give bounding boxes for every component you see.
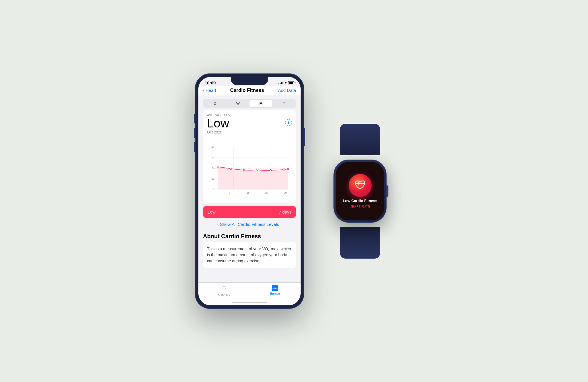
heart-svg: [354, 179, 367, 192]
show-all-link[interactable]: Show All Cardio Fitness Levels: [198, 218, 301, 231]
chevron-left-icon: ‹: [203, 88, 205, 93]
tab-summary-label: Summary: [218, 293, 230, 296]
svg-text:30: 30: [212, 156, 214, 159]
apple-watch-device: Low Cardio Fitness HEART RATE: [327, 150, 393, 233]
watch-heart-icon: [349, 174, 372, 197]
average-level-label: AVERAGE LEVEL: [207, 113, 292, 117]
info-button[interactable]: i: [285, 119, 292, 126]
about-title: About Cardio Fitness: [203, 233, 296, 240]
about-description: This is a measurement of your VO₂ max, w…: [207, 246, 292, 264]
svg-text:40: 40: [212, 145, 214, 148]
tab-browse[interactable]: Browse: [249, 285, 301, 295]
chart-card: AVERAGE LEVEL Low i Oct 2020: [203, 110, 296, 203]
svg-text:8: 8: [229, 191, 230, 194]
watch-body: Low Cardio Fitness HEART RATE: [334, 160, 387, 223]
watch-band-bottom: [340, 227, 380, 259]
average-date: Oct 2020: [207, 130, 292, 134]
nav-back-button[interactable]: ‹ Heart: [203, 88, 216, 93]
svg-text:29: 29: [284, 191, 287, 194]
tab-bar: ♡ Summary Browse: [198, 282, 301, 305]
tab-browse-label: Browse: [270, 292, 280, 295]
svg-text:24: 24: [290, 167, 292, 170]
heart-icon: ♡: [221, 285, 227, 292]
segment-day[interactable]: D: [204, 100, 227, 107]
fitness-level-label: Low: [208, 210, 216, 214]
svg-point-15: [217, 166, 218, 168]
browse-icon: [272, 285, 278, 291]
wifi-icon: ▾: [285, 81, 287, 85]
battery-icon: [288, 81, 294, 84]
fitness-level-days: 7 days: [279, 210, 291, 214]
scene: 10:09 ▾ ‹ He: [195, 73, 393, 309]
svg-point-20: [283, 169, 285, 170]
status-time: 10:09: [205, 80, 216, 85]
svg-point-17: [243, 169, 245, 171]
svg-text:15: 15: [247, 191, 249, 194]
iphone-screen: 10:09 ▾ ‹ He: [198, 77, 301, 305]
svg-point-19: [270, 169, 272, 171]
status-icons: ▾: [278, 81, 294, 85]
iphone-notch: [231, 77, 268, 85]
about-card: This is a measurement of your VO₂ max, w…: [203, 242, 296, 268]
svg-text:10: 10: [212, 188, 214, 191]
add-data-button[interactable]: Add Data: [278, 88, 296, 93]
svg-point-18: [257, 169, 258, 170]
watch-screen: Low Cardio Fitness HEART RATE: [336, 162, 384, 220]
time-segment-control: D W M Y: [203, 99, 296, 108]
home-indicator: [232, 302, 267, 303]
watch-app-title: Low Cardio Fitness: [343, 199, 377, 203]
average-value: Low: [207, 117, 229, 130]
svg-point-21: [287, 168, 289, 170]
about-section: About Cardio Fitness This is a measureme…: [198, 233, 301, 268]
average-value-row: Low i: [207, 117, 292, 130]
nav-title: Cardio Fitness: [230, 88, 264, 93]
svg-text:24: 24: [212, 166, 214, 169]
nav-bar: ‹ Heart Cardio Fitness Add Data: [198, 86, 301, 96]
segment-month[interactable]: M: [249, 100, 272, 107]
fitness-level-bar[interactable]: Low 7 days: [203, 206, 296, 218]
svg-point-16: [230, 168, 232, 170]
heart-circle: [349, 174, 372, 197]
chart-container: 40 30 24 20 10 24: [207, 137, 292, 200]
svg-text:22: 22: [265, 191, 268, 194]
nav-back-label: Heart: [206, 88, 216, 93]
watch-app-subtitle: HEART RATE: [350, 205, 370, 208]
tab-summary[interactable]: ♡ Summary: [198, 285, 249, 296]
segment-year[interactable]: Y: [272, 100, 295, 107]
signal-icon: [278, 81, 283, 84]
watch-crown: [386, 185, 388, 197]
iphone-device: 10:09 ▾ ‹ He: [195, 73, 304, 309]
segment-week[interactable]: W: [227, 100, 249, 107]
chart-svg: 40 30 24 20 10 24: [207, 137, 292, 200]
watch-band-top: [340, 124, 380, 155]
svg-text:20: 20: [212, 177, 214, 180]
